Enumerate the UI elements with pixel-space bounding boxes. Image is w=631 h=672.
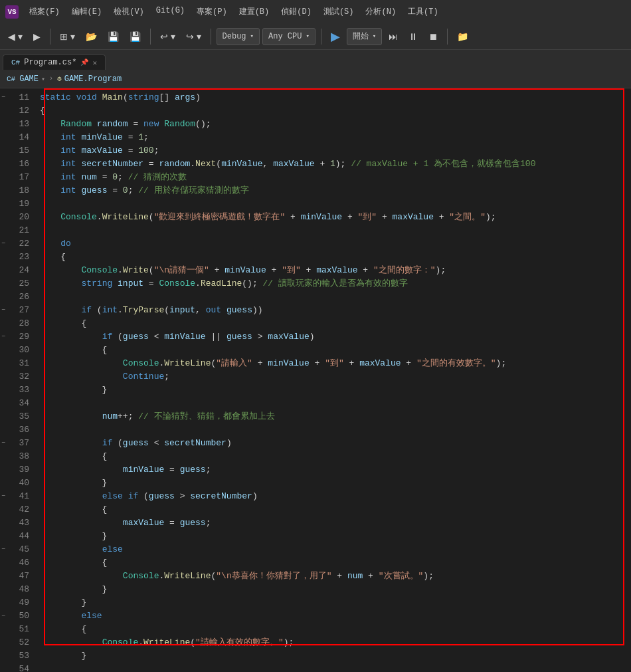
step-over-button[interactable]: ⏭ — [385, 29, 402, 45]
line-33: 33 — [0, 384, 35, 397]
code-line-26 — [40, 290, 631, 304]
line-13: 13 — [0, 118, 35, 131]
code-line-15: int maxValue = 100; — [40, 144, 631, 158]
run-button[interactable]: ▶ — [327, 28, 344, 45]
code-line-45: else — [40, 543, 631, 556]
code-line-54 — [40, 663, 631, 672]
toolbar: ◀ ▾ ▶ ⊞ ▾ 📂 💾 💾 ↩ ▾ ↪ ▾ Debug ▾ Any CPU … — [0, 23, 631, 50]
line-34: 34 — [0, 397, 35, 410]
save-all-button[interactable]: 💾 — [126, 29, 145, 45]
cs-icon: C# — [11, 58, 20, 66]
separator-2 — [150, 29, 151, 45]
debug-config-arrow: ▾ — [250, 33, 254, 40]
code-line-14: int minValue = 1; — [40, 131, 631, 144]
line-11: −11 — [0, 91, 35, 104]
code-line-29: if (guess < minValue || guess > maxValue… — [40, 330, 631, 344]
menu-file[interactable]: 檔案(F) — [24, 3, 65, 20]
line-20: 20 — [0, 211, 35, 224]
menu-tools[interactable]: 工具(T) — [403, 3, 444, 20]
code-line-34 — [40, 397, 631, 410]
separator-1 — [50, 29, 50, 45]
undo-button[interactable]: ↩ ▾ — [156, 29, 179, 45]
code-line-13: Random random = new Random(); — [40, 118, 631, 131]
line-42: 42 — [0, 503, 35, 516]
pause-button[interactable]: ⏸ — [405, 29, 422, 45]
code-line-40: } — [40, 477, 631, 490]
menu-analyze[interactable]: 分析(N) — [360, 3, 401, 20]
code-line-48: } — [40, 583, 631, 596]
code-line-16: int secretNumber = random.Next(minValue,… — [40, 158, 631, 171]
menu-build[interactable]: 建置(B) — [234, 3, 275, 20]
menu-view[interactable]: 檢視(V) — [108, 3, 149, 20]
new-file-button[interactable]: ⊞ ▾ — [56, 29, 79, 45]
code-area[interactable]: static void Main(string[] args) { Random… — [35, 88, 631, 672]
line-numbers: −11 12 13 14 15 16 17 18 19 20 21 −22 23… — [0, 88, 35, 672]
redo-button[interactable]: ↪ ▾ — [182, 29, 205, 45]
line-52: 52 — [0, 636, 35, 649]
code-line-43: maxValue = guess; — [40, 516, 631, 530]
start-dropdown[interactable]: 開始 ▾ — [347, 28, 382, 45]
menu-edit[interactable]: 編輯(E) — [66, 3, 108, 20]
cpu-dropdown[interactable]: Any CPU ▾ — [262, 28, 316, 45]
line-29: −29 — [0, 330, 35, 344]
menu-bar: 檔案(F) 編輯(E) 檢視(V) Git(G) 專案(P) 建置(B) 偵錯(… — [24, 3, 626, 20]
program-cs-tab[interactable]: C# Program.cs* 📌 ✕ — [3, 55, 106, 70]
line-17: 17 — [0, 171, 35, 184]
code-line-24: Console.Write("\n請猜一個" + minValue + "到" … — [40, 264, 631, 277]
menu-git[interactable]: Git(G) — [151, 3, 190, 20]
line-48: 48 — [0, 583, 35, 596]
code-line-28: { — [40, 317, 631, 330]
tab-close[interactable]: ✕ — [92, 58, 97, 67]
line-43: 43 — [0, 516, 35, 530]
editor-container: −11 12 13 14 15 16 17 18 19 20 21 −22 23… — [0, 88, 631, 672]
line-18: 18 — [0, 184, 35, 197]
save-button[interactable]: 💾 — [104, 29, 123, 45]
debug-config-label: Debug — [223, 32, 246, 41]
breadcrumb-class[interactable]: ⚙ GAME.Program — [57, 74, 122, 84]
class-icon: ⚙ — [57, 74, 62, 83]
code-line-25: string input = Console.ReadLine(); // 讀取… — [40, 277, 631, 290]
code-line-49: } — [40, 596, 631, 610]
back-button[interactable]: ◀ ▾ — [4, 29, 27, 45]
code-line-32: Continue; — [40, 370, 631, 384]
code-line-44: } — [40, 530, 631, 543]
code-line-41: else if (guess > secretNumber) — [40, 490, 631, 503]
code-line-18: int guess = 0; // 用於存儲玩家猜測的數字 — [40, 184, 631, 197]
breadcrumb-sep: › — [49, 75, 53, 82]
line-32: 32 — [0, 370, 35, 384]
code-line-23: { — [40, 251, 631, 264]
code-line-11: static void Main(string[] args) — [40, 91, 631, 104]
code-line-53: } — [40, 649, 631, 663]
menu-project[interactable]: 專案(P) — [191, 3, 232, 20]
code-line-12: { — [40, 104, 631, 118]
line-49: 49 — [0, 596, 35, 610]
code-line-36 — [40, 423, 631, 437]
code-line-39: minValue = guess; — [40, 463, 631, 477]
folder-button[interactable]: 📁 — [453, 29, 472, 45]
start-arrow: ▾ — [373, 33, 376, 40]
line-28: 28 — [0, 317, 35, 330]
debug-config-dropdown[interactable]: Debug ▾ — [217, 28, 260, 45]
app-icon: VS — [5, 5, 19, 19]
line-24: 24 — [0, 264, 35, 277]
open-button[interactable]: 📂 — [82, 29, 101, 45]
line-31: 31 — [0, 357, 35, 370]
menu-test[interactable]: 測試(S) — [318, 3, 359, 20]
line-27: −27 — [0, 304, 35, 317]
cpu-arrow: ▾ — [306, 33, 309, 40]
code-line-38: { — [40, 450, 631, 463]
line-30: 30 — [0, 344, 35, 357]
line-23: 23 — [0, 251, 35, 264]
menu-debug[interactable]: 偵錯(D) — [276, 3, 317, 20]
line-15: 15 — [0, 144, 35, 158]
line-14: 14 — [0, 131, 35, 144]
separator-5 — [447, 29, 448, 45]
forward-button[interactable]: ▶ — [29, 29, 45, 45]
separator-4 — [321, 29, 321, 45]
cs-breadcrumb-icon: C# — [7, 75, 15, 83]
line-35: 35 — [0, 410, 35, 423]
code-line-20: Console.WriteLine("歡迎來到終極密碼遊戲！數字在" + min… — [40, 211, 631, 224]
stop-button[interactable]: ⏹ — [424, 29, 442, 45]
breadcrumb-namespace[interactable]: GAME ▾ — [19, 74, 45, 84]
tab-pin[interactable]: 📌 — [80, 58, 88, 66]
